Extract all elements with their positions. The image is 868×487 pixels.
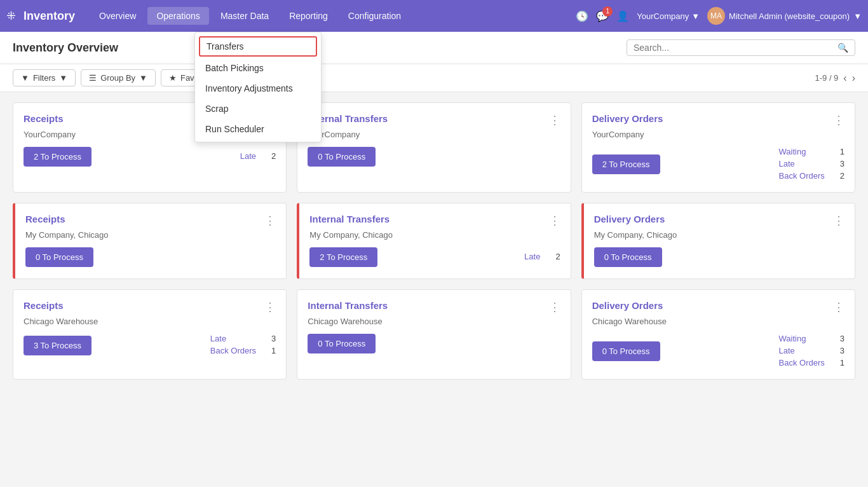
card-title-4[interactable]: Internal Transfers xyxy=(309,214,390,224)
process-btn-2[interactable]: 2 To Process xyxy=(592,154,660,174)
chat-badge: 1 xyxy=(602,6,613,17)
card-3: Receipts ⋮ My Company, Chicago 0 To Proc… xyxy=(13,203,287,279)
nav-master-data[interactable]: Master Data xyxy=(212,7,278,25)
process-btn-7[interactable]: 0 To Process xyxy=(308,334,376,353)
card-menu-2[interactable]: ⋮ xyxy=(833,113,844,127)
card-menu-4[interactable]: ⋮ xyxy=(549,214,560,228)
card-header-5: Delivery Orders ⋮ xyxy=(594,214,844,228)
card-header-7: Internal Transfers ⋮ xyxy=(308,300,560,314)
groupby-icon: ☰ xyxy=(89,73,97,83)
card-stats-2: Waiting 1 Late 3 Back Orders 2 xyxy=(779,147,844,182)
process-btn-8[interactable]: 0 To Process xyxy=(592,341,660,361)
card-header-6: Receipts ⋮ xyxy=(24,300,276,314)
top-nav: ⁜ Inventory Overview Operations Master D… xyxy=(0,0,868,32)
card-body-3: 0 To Process xyxy=(25,247,276,267)
dropdown-batch-pickings[interactable]: Batch Pickings xyxy=(195,58,321,78)
process-btn-3[interactable]: 0 To Process xyxy=(25,247,93,267)
card-menu-5[interactable]: ⋮ xyxy=(833,214,844,228)
card-subtitle-5: My Company, Chicago xyxy=(594,230,844,240)
process-btn-5[interactable]: 0 To Process xyxy=(594,247,662,267)
process-btn-4[interactable]: 2 To Process xyxy=(309,247,377,267)
next-page-button[interactable]: › xyxy=(852,72,855,84)
card-5: Delivery Orders ⋮ My Company, Chicago 0 … xyxy=(581,203,855,279)
card-menu-7[interactable]: ⋮ xyxy=(549,300,560,314)
activity-icon[interactable]: 👤 xyxy=(616,10,629,22)
card-stats-0: Late 2 xyxy=(240,151,276,162)
card-subtitle-3: My Company, Chicago xyxy=(25,230,276,240)
operations-dropdown: Transfers Batch Pickings Inventory Adjus… xyxy=(194,32,322,142)
page-title: Inventory Overview xyxy=(13,41,118,55)
dropdown-run-scheduler[interactable]: Run Scheduler xyxy=(195,119,321,139)
avatar: MA xyxy=(707,7,725,25)
stat-label: Late xyxy=(524,252,540,261)
card-title-8[interactable]: Delivery Orders xyxy=(592,300,663,311)
company-selector[interactable]: YourCompany ▼ xyxy=(637,11,700,21)
stat-label: Late xyxy=(210,334,226,343)
card-body-6: 3 To Process Late 3 Back Orders 1 xyxy=(24,334,276,357)
stat-value: 1 xyxy=(840,358,844,367)
chat-icon[interactable]: 💬 1 xyxy=(596,10,609,22)
card-menu-8[interactable]: ⋮ xyxy=(833,300,844,314)
card-menu-1[interactable]: ⋮ xyxy=(549,113,560,127)
nav-configuration[interactable]: Configuration xyxy=(339,7,410,25)
card-body-7: 0 To Process xyxy=(308,334,560,353)
card-body-0: 2 To Process Late 2 xyxy=(24,147,276,167)
stat-label: Waiting xyxy=(779,334,806,343)
card-6: Receipts ⋮ Chicago Warehouse 3 To Proces… xyxy=(13,289,287,380)
main-content: Receipts ⋮ YourCompany 2 To Process Late… xyxy=(0,92,868,487)
card-8: Delivery Orders ⋮ Chicago Warehouse 0 To… xyxy=(581,289,855,380)
card-subtitle-4: My Company, Chicago xyxy=(309,230,560,240)
card-title-3[interactable]: Receipts xyxy=(25,214,65,224)
stat-label: Late xyxy=(779,346,795,355)
process-btn-6[interactable]: 3 To Process xyxy=(24,336,92,355)
star-icon: ★ xyxy=(169,73,177,83)
search-input[interactable] xyxy=(634,43,837,53)
prev-page-button[interactable]: ‹ xyxy=(843,72,846,84)
stat-label: Back Orders xyxy=(779,171,825,181)
card-subtitle-8: Chicago Warehouse xyxy=(592,317,844,326)
dropdown-transfers[interactable]: Transfers xyxy=(199,36,317,57)
card-header-8: Delivery Orders ⋮ xyxy=(592,300,844,314)
nav-overview[interactable]: Overview xyxy=(90,7,145,25)
card-subtitle-7: Chicago Warehouse xyxy=(308,317,560,326)
card-body-2: 2 To Process Waiting 1 Late 3 Back Order… xyxy=(592,147,844,182)
stat-label: Back Orders xyxy=(779,358,825,367)
nav-items: Overview Operations Master Data Reportin… xyxy=(90,7,576,25)
process-btn-1[interactable]: 0 To Process xyxy=(308,147,376,167)
card-2: Delivery Orders ⋮ YourCompany 2 To Proce… xyxy=(581,102,855,193)
cards-grid: Receipts ⋮ YourCompany 2 To Process Late… xyxy=(13,102,855,380)
dropdown-inventory-adjustments[interactable]: Inventory Adjustments xyxy=(195,78,321,99)
stat-label: Late xyxy=(240,151,256,161)
card-title-5[interactable]: Delivery Orders xyxy=(594,214,665,224)
user-menu[interactable]: MA Mitchell Admin (website_coupon) ▼ xyxy=(707,7,862,25)
card-body-4: 2 To Process Late 2 xyxy=(309,247,560,267)
card-menu-6[interactable]: ⋮ xyxy=(264,300,276,314)
card-subtitle-2: YourCompany xyxy=(592,130,844,139)
filters-button[interactable]: ▼ Filters ▼ xyxy=(13,69,76,86)
card-subtitle-6: Chicago Warehouse xyxy=(24,317,276,326)
nav-right: 🕓 💬 1 👤 YourCompany ▼ MA Mitchell Admin … xyxy=(576,7,862,25)
card-title-0[interactable]: Receipts xyxy=(24,113,64,124)
stat-label: Late xyxy=(779,159,795,168)
card-stats-6: Late 3 Back Orders 1 xyxy=(210,334,276,357)
clock-icon[interactable]: 🕓 xyxy=(576,10,588,22)
card-menu-3[interactable]: ⋮ xyxy=(264,214,276,228)
stat-value: 3 xyxy=(840,334,844,343)
nav-reporting[interactable]: Reporting xyxy=(280,7,337,25)
process-btn-0[interactable]: 2 To Process xyxy=(24,147,92,167)
card-header-2: Delivery Orders ⋮ xyxy=(592,113,844,127)
card-title-2[interactable]: Delivery Orders xyxy=(592,113,663,124)
apps-icon[interactable]: ⁜ xyxy=(6,9,16,23)
dropdown-scrap[interactable]: Scrap xyxy=(195,99,321,119)
card-title-7[interactable]: Internal Transfers xyxy=(308,300,388,311)
nav-operations[interactable]: Operations xyxy=(147,7,208,25)
card-7: Internal Transfers ⋮ Chicago Warehouse 0… xyxy=(297,289,571,380)
card-header-3: Receipts ⋮ xyxy=(25,214,276,228)
card-4: Internal Transfers ⋮ My Company, Chicago… xyxy=(297,203,571,279)
card-title-6[interactable]: Receipts xyxy=(24,300,64,311)
groupby-button[interactable]: ☰ Group By ▼ xyxy=(81,69,156,86)
card-1: Internal Transfers ⋮ YourCompany 0 To Pr… xyxy=(297,102,571,193)
search-icon: 🔍 xyxy=(837,43,848,53)
card-body-8: 0 To Process Waiting 3 Late 3 Back Order… xyxy=(592,334,844,369)
card-subtitle-1: YourCompany xyxy=(308,130,560,139)
